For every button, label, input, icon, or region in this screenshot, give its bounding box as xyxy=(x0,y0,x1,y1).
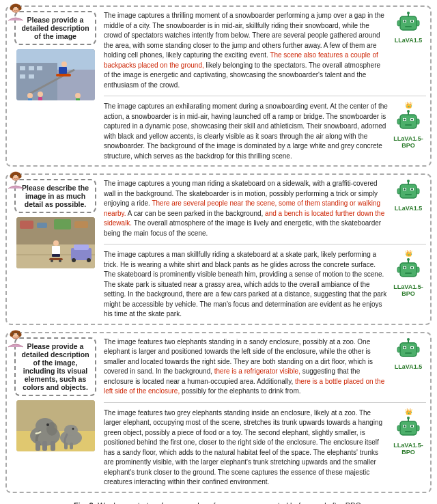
robot-col-skate-2: 👑 LLaVA1.5-BPO xyxy=(391,250,426,297)
robot-col-skate-1: LLaVA1.5 xyxy=(391,179,426,212)
right-col-1: The image captures a thrilling moment of… xyxy=(104,11,426,161)
person-icon-2 xyxy=(6,171,25,191)
prompt-bubble-2: Please describe the image in as much det… xyxy=(14,179,96,213)
svg-rect-15 xyxy=(59,67,67,74)
svg-rect-9 xyxy=(29,66,34,70)
robot-label-skate-2: LLaVA1.5-BPO xyxy=(391,283,426,297)
response-text-skate-1: The image captures a young man riding a … xyxy=(104,179,388,238)
svg-point-47 xyxy=(18,174,22,178)
left-col-1: Please provide a detailed description of… xyxy=(11,11,100,161)
response-text-ele-2: The image features two grey elephants st… xyxy=(104,408,388,488)
left-col-3: Please provide a detailed description of… xyxy=(11,337,100,488)
response-text-ele-1: The image features two elephants standin… xyxy=(104,337,388,397)
svg-point-64 xyxy=(72,258,76,262)
robot-icon-ele-2 xyxy=(396,416,421,440)
prompt-text-2: Please describe the image in as much det… xyxy=(22,184,89,208)
response-text-skate-2: The image captures a man skillfully ridi… xyxy=(104,250,388,320)
svg-rect-97 xyxy=(42,441,47,451)
robot-label-snow-2: LLaVA1.5-BPO xyxy=(391,135,426,149)
person-icon-3 xyxy=(6,329,25,350)
svg-rect-125 xyxy=(417,425,419,431)
svg-rect-50 xyxy=(20,221,33,229)
robot-col-ele-1: LLaVA1.5 xyxy=(391,337,426,370)
crown-icon-snow-2: 👑 xyxy=(405,102,412,109)
svg-rect-51 xyxy=(37,223,47,228)
highlight-ele-1a: there is a refrigerator visible, xyxy=(214,367,300,375)
robot-label-skate-1: LLaVA1.5 xyxy=(395,205,422,212)
robot-col-snow-2: 👑 LLaVA1.5-BPO xyxy=(391,102,426,149)
svg-point-17 xyxy=(27,93,33,98)
crown-icon-ele-2: 👑 xyxy=(405,408,412,415)
svg-rect-53 xyxy=(74,221,88,228)
svg-rect-20 xyxy=(38,97,42,100)
svg-point-69 xyxy=(404,188,406,191)
robot-label-ele-1: LLaVA1.5 xyxy=(395,363,422,370)
svg-rect-52 xyxy=(54,219,71,229)
left-col-2: Please describe the image in as much det… xyxy=(11,179,100,320)
response-block-skate-1: The image captures a young man riding a … xyxy=(104,179,426,238)
svg-point-3 xyxy=(10,6,14,10)
divider-skate xyxy=(104,244,426,244)
svg-rect-41 xyxy=(397,119,400,124)
svg-rect-38 xyxy=(405,124,412,126)
robot-icon-skate-1 xyxy=(396,179,421,204)
svg-point-56 xyxy=(53,240,59,246)
svg-point-103 xyxy=(72,428,74,430)
svg-point-89 xyxy=(10,333,14,337)
figure-caption: Fig. 2: We demonstrate a few examples of… xyxy=(5,500,432,505)
svg-rect-63 xyxy=(74,244,89,250)
response-block-snow-1: The image captures a thrilling moment of… xyxy=(104,11,426,90)
svg-point-123 xyxy=(407,417,410,419)
svg-point-73 xyxy=(407,180,410,182)
prompt-text-3: Please provide a detailed description of… xyxy=(21,342,89,391)
prompt-bubble-3: Please provide a detailed description of… xyxy=(14,337,96,396)
robot-icon-snow-2 xyxy=(396,109,421,134)
svg-rect-115 xyxy=(417,347,419,352)
svg-rect-111 xyxy=(405,352,412,354)
divider-snow xyxy=(104,96,426,96)
svg-rect-76 xyxy=(400,263,417,277)
svg-rect-28 xyxy=(405,26,412,27)
svg-point-90 xyxy=(18,333,22,337)
svg-point-21 xyxy=(75,93,81,98)
svg-rect-96 xyxy=(36,441,40,451)
svg-rect-114 xyxy=(397,347,400,352)
svg-rect-85 xyxy=(417,267,419,272)
svg-rect-11 xyxy=(20,74,25,79)
robot-col-snow-1: LLaVA1.5 xyxy=(391,11,426,44)
svg-rect-66 xyxy=(400,184,417,198)
svg-point-80 xyxy=(411,267,413,269)
svg-rect-16 xyxy=(56,74,71,76)
svg-point-70 xyxy=(411,188,413,191)
person-icon-1 xyxy=(6,3,25,23)
response-block-ele-2: The image features two grey elephants st… xyxy=(104,408,426,488)
prompt-text-1: Please provide a detailed description of… xyxy=(21,16,89,40)
svg-rect-124 xyxy=(397,425,400,431)
svg-point-100 xyxy=(46,423,49,426)
svg-rect-23 xyxy=(400,16,417,30)
response-block-skate-2: The image captures a man skillfully ridi… xyxy=(104,250,426,320)
svg-rect-75 xyxy=(417,188,419,194)
svg-point-113 xyxy=(407,338,410,341)
highlight-ele-1b: there is a bottle placed on the left sid… xyxy=(104,378,384,395)
svg-rect-105 xyxy=(70,443,73,449)
response-text-snow-1: The image captures a thrilling moment of… xyxy=(104,11,388,90)
section-skate: Please describe the image in as much det… xyxy=(5,173,432,325)
right-col-2: The image captures a young man riding a … xyxy=(104,179,426,320)
svg-point-30 xyxy=(407,12,410,14)
svg-point-119 xyxy=(404,425,406,427)
svg-rect-10 xyxy=(37,66,42,70)
svg-rect-22 xyxy=(76,98,80,100)
svg-rect-104 xyxy=(64,443,68,449)
svg-rect-106 xyxy=(400,343,417,356)
svg-point-65 xyxy=(87,258,91,262)
svg-point-46 xyxy=(10,174,14,178)
svg-rect-71 xyxy=(405,194,412,195)
svg-point-61 xyxy=(59,260,61,262)
scene-image-snowboard xyxy=(16,49,95,100)
svg-point-109 xyxy=(404,346,406,348)
scene-image-skate xyxy=(16,217,95,268)
section-snowboard: Please provide a detailed description of… xyxy=(5,5,432,167)
robot-label-ele-2: LLaVA1.5-BPO xyxy=(391,442,426,456)
svg-point-120 xyxy=(411,425,413,427)
